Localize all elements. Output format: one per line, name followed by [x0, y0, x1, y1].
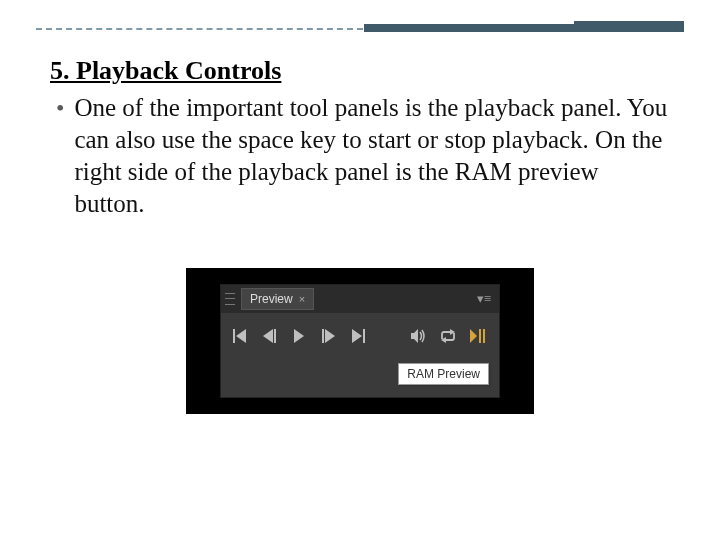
svg-marker-1 [236, 329, 246, 343]
last-frame-button[interactable] [343, 322, 371, 350]
svg-marker-6 [325, 329, 335, 343]
preview-panel: Preview × ▾≡ [220, 284, 500, 398]
svg-rect-14 [483, 329, 485, 343]
svg-marker-12 [470, 329, 477, 343]
prev-frame-button[interactable] [256, 322, 284, 350]
first-frame-button[interactable] [227, 322, 255, 350]
tab-preview[interactable]: Preview × [241, 288, 314, 310]
body-text: One of the important tool panels is the … [74, 92, 670, 220]
svg-marker-2 [263, 329, 273, 343]
section-heading: 5. Playback Controls [50, 56, 670, 86]
close-icon[interactable]: × [299, 293, 305, 305]
svg-rect-3 [274, 329, 276, 343]
loop-button[interactable] [434, 322, 462, 350]
playback-controls [221, 313, 499, 359]
panel-grip-icon [225, 291, 235, 307]
svg-marker-9 [411, 329, 418, 343]
svg-marker-7 [352, 329, 362, 343]
next-frame-button[interactable] [314, 322, 342, 350]
svg-rect-8 [363, 329, 365, 343]
bullet-marker: • [50, 92, 64, 124]
slide-content: 5. Playback Controls • One of the import… [50, 56, 670, 220]
svg-rect-5 [322, 329, 324, 343]
panel-tab-bar: Preview × ▾≡ [221, 285, 499, 313]
ram-preview-tooltip: RAM Preview [398, 363, 489, 385]
ram-preview-button[interactable] [463, 322, 493, 350]
svg-marker-4 [294, 329, 304, 343]
audio-button[interactable] [405, 322, 433, 350]
slide-top-border [36, 28, 684, 42]
screenshot-frame: Preview × ▾≡ [186, 268, 534, 414]
svg-rect-0 [233, 329, 235, 343]
panel-menu-icon[interactable]: ▾≡ [477, 291, 495, 307]
tab-label: Preview [250, 292, 293, 306]
play-button[interactable] [285, 322, 313, 350]
svg-rect-13 [479, 329, 481, 343]
